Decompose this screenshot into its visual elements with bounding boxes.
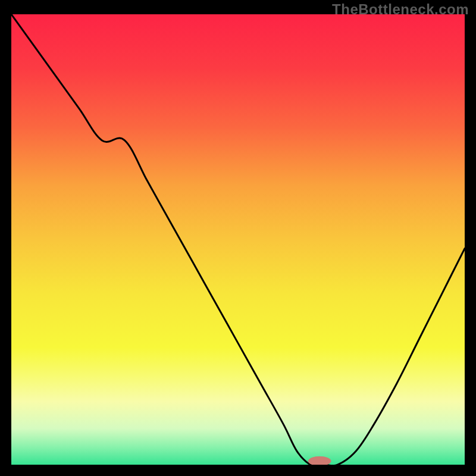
optimal-marker — [308, 456, 331, 465]
chart-svg — [11, 14, 465, 465]
chart-frame: TheBottleneck.com — [0, 0, 476, 476]
plot-area — [11, 14, 465, 465]
gradient-background — [11, 14, 465, 465]
